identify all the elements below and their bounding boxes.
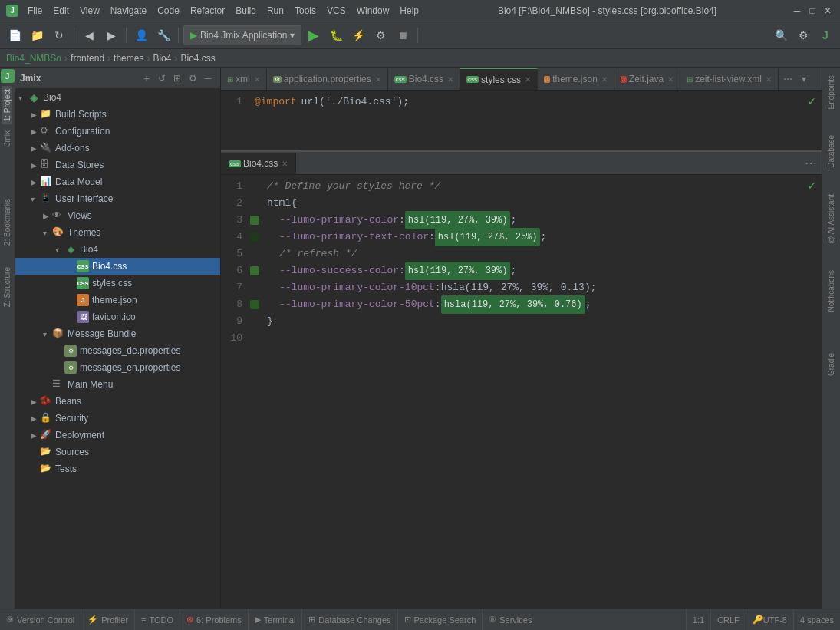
run-config-dropdown[interactable]: ▶ Bio4 Jmix Application ▾ (183, 25, 301, 45)
menu-tools[interactable]: Tools (290, 4, 321, 18)
tree-item-build-scripts[interactable]: ▶ 📁 Build Scripts (15, 106, 220, 123)
tree-item-deployment[interactable]: ▶ 🚀 Deployment (15, 427, 220, 444)
tree-item-bio4css[interactable]: css Bio4.css (15, 258, 220, 275)
tree-item-main-menu[interactable]: ☰ Main Menu (15, 376, 220, 393)
tabs-more-button[interactable]: ▾ (797, 74, 811, 84)
code-editor[interactable]: 1 2 3 4 5 6 7 8 9 10 (221, 175, 822, 609)
status-crlf[interactable]: CRLF (710, 609, 746, 631)
status-version-control[interactable]: ⑨ Version Control (0, 609, 81, 631)
jmix-logo[interactable]: J (1, 69, 15, 83)
tab-zeitjava-close[interactable]: ✕ (667, 75, 674, 84)
menu-navigate[interactable]: Navigate (106, 4, 151, 18)
menu-build[interactable]: Build (231, 4, 261, 18)
tree-item-favicon[interactable]: 🖼 favicon.ico (15, 308, 220, 325)
expand-icon[interactable]: ⊞ (170, 71, 185, 86)
tab-xml[interactable]: ⊞ xml ✕ (221, 68, 267, 90)
profile-button[interactable]: 👤 (131, 25, 151, 45)
jmix-tab-structure[interactable]: Z: Structure (2, 264, 12, 310)
notifications-tab[interactable]: Notifications (825, 266, 837, 316)
tab-themejson-close[interactable]: ✕ (601, 75, 608, 84)
database-tab[interactable]: Database (825, 130, 837, 173)
tree-item-messages-de[interactable]: ⚙ messages_de.properties (15, 342, 220, 359)
status-todo[interactable]: ≡ TODO (135, 609, 180, 631)
more-run-button[interactable]: ⚙ (371, 25, 390, 45)
status-profiler[interactable]: ⚡ Profiler (81, 609, 135, 631)
tab-bio4css[interactable]: css Bio4.css ✕ (388, 68, 460, 90)
tab-themejson[interactable]: J theme.json ✕ (538, 68, 614, 90)
back-button[interactable]: ◀ (79, 25, 99, 45)
tree-item-sources[interactable]: 📂 Sources (15, 444, 220, 460)
jmix-icon[interactable]: J (815, 25, 835, 45)
tree-item-views[interactable]: ▶ 👁 Views (15, 207, 220, 224)
tree-item-beans[interactable]: ▶ 🫘 Beans (15, 393, 220, 410)
jmix-tab-project[interactable]: 1: Project (2, 86, 12, 124)
close-button[interactable]: ✕ (822, 5, 834, 17)
maximize-button[interactable]: □ (806, 5, 819, 17)
settings-gear-icon[interactable]: ⚙ (185, 71, 200, 86)
status-services[interactable]: ⑧ Services (483, 609, 538, 631)
menu-refactor[interactable]: Refactor (186, 4, 229, 18)
minimize-panel-icon[interactable]: ─ (200, 71, 216, 86)
breadcrumb-bio4[interactable]: Bio4 (153, 53, 171, 64)
stop-button[interactable]: ⏹ (393, 25, 413, 45)
refresh-button[interactable]: ↻ (49, 25, 69, 45)
tab-zeitlistview[interactable]: ⊞ zeit-list-view.xml ✕ (680, 68, 779, 90)
menu-run[interactable]: Run (262, 4, 288, 18)
tree-item-themes[interactable]: ▾ 🎨 Themes (15, 224, 220, 241)
search-button[interactable]: 🔍 (771, 25, 791, 45)
tree-item-bio4-root[interactable]: ▾ ◈ Bio4 (15, 89, 220, 106)
tab-bio4css-close[interactable]: ✕ (447, 75, 453, 84)
tab-zeitjava[interactable]: J Zeit.java ✕ (614, 68, 680, 90)
tab-zeitlistview-close[interactable]: ✕ (766, 75, 772, 84)
menu-file[interactable]: File (23, 4, 47, 18)
tab-bio4css-bottom-close[interactable]: ✕ (282, 160, 288, 168)
status-package-search[interactable]: ⊡ Package Search (398, 609, 483, 631)
breadcrumb-frontend[interactable]: frontend (71, 53, 104, 64)
breadcrumb-root[interactable]: Bio4_NMBSo (6, 53, 61, 64)
open-button[interactable]: 📁 (27, 25, 47, 45)
status-line-col[interactable]: 1:1 (686, 609, 710, 631)
menu-view[interactable]: View (75, 4, 104, 18)
endpoints-tab[interactable]: Endpoints (825, 71, 837, 114)
tree-item-security[interactable]: ▶ 🔒 Security (15, 410, 220, 427)
menu-help[interactable]: Help (395, 4, 423, 18)
build-button[interactable]: 🔧 (153, 25, 173, 45)
code-lines[interactable]: /* Define your styles here */ html { --l… (264, 175, 822, 609)
run-button[interactable]: ▶ (304, 25, 324, 45)
tab-stylescss-close[interactable]: ✕ (525, 75, 531, 84)
jmix-tab-jmix[interactable]: Jmix (2, 127, 12, 150)
status-database-changes[interactable]: ⊞ Database Changes (302, 609, 397, 631)
status-terminal[interactable]: ▶ Terminal (249, 609, 303, 631)
breadcrumb-themes[interactable]: themes (114, 53, 143, 64)
settings-button[interactable]: ⚙ (793, 25, 813, 45)
menu-code[interactable]: Code (153, 4, 184, 18)
tree-item-data-stores[interactable]: ▶ 🗄 Data Stores (15, 157, 220, 173)
gradle-tab[interactable]: Gradle (825, 348, 837, 381)
tree-item-data-model[interactable]: ▶ 📊 Data Model (15, 173, 220, 190)
tabs-overflow[interactable]: ⋯ (779, 74, 797, 84)
tree-item-themejson[interactable]: J theme.json (15, 292, 220, 308)
tab-xml-close[interactable]: ✕ (254, 75, 260, 84)
status-indent[interactable]: 4 spaces (793, 609, 840, 631)
tab-app-properties[interactable]: ⚙ application.properties ✕ (267, 68, 388, 90)
forward-button[interactable]: ▶ (101, 25, 121, 45)
menu-window[interactable]: Window (352, 4, 394, 18)
sync-icon[interactable]: ↺ (154, 71, 170, 86)
tree-item-stylescss[interactable]: css styles.css (15, 275, 220, 292)
status-encoding[interactable]: 🔑 UTF-8 (746, 609, 793, 631)
new-file-button[interactable]: 📄 (5, 25, 25, 45)
tree-item-message-bundle[interactable]: ▾ 📦 Message Bundle (15, 325, 220, 342)
code-content-top[interactable]: @import url('./Bio4.css'); (249, 91, 822, 150)
minimize-button[interactable]: ─ (791, 5, 803, 17)
debug-button[interactable]: 🐛 (326, 25, 346, 45)
breadcrumb-file[interactable]: Bio4.css (180, 53, 215, 64)
coverage-button[interactable]: ⚡ (348, 25, 368, 45)
status-problems[interactable]: ⊗ 6: Problems (180, 609, 249, 631)
tree-item-user-interface[interactable]: ▾ 📱 User Interface (15, 190, 220, 207)
tab-app-props-close[interactable]: ✕ (375, 75, 381, 84)
tree-item-addons[interactable]: ▶ 🔌 Add-ons (15, 140, 220, 157)
tree-item-tests[interactable]: 📂 Tests (15, 460, 220, 477)
bottom-tab-more[interactable]: ⋯ (800, 156, 822, 170)
menu-vcs[interactable]: VCS (322, 4, 351, 18)
tab-stylescss[interactable]: css styles.css ✕ (460, 68, 538, 90)
